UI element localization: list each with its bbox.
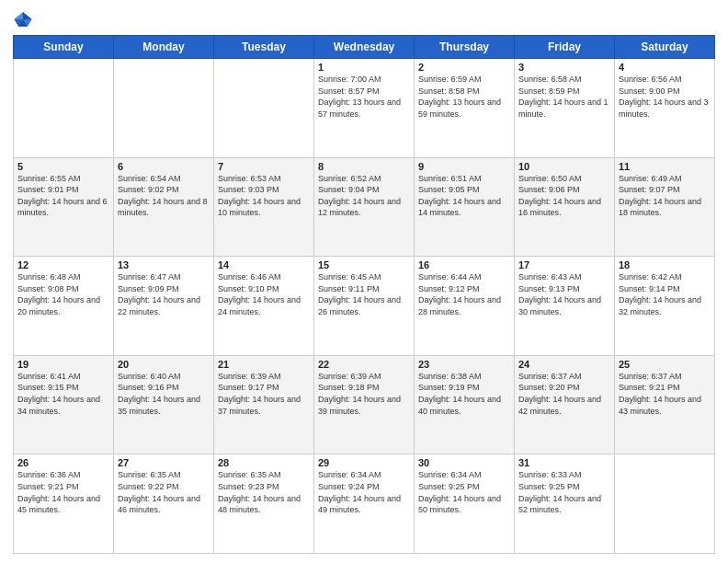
day-info: Sunrise: 6:37 AMSunset: 9:21 PMDaylight:…	[619, 371, 711, 417]
calendar-cell: 22 Sunrise: 6:39 AMSunset: 9:18 PMDaylig…	[314, 355, 415, 454]
day-number: 9	[418, 161, 510, 172]
day-info: Sunrise: 6:38 AMSunset: 9:19 PMDaylight:…	[418, 371, 510, 417]
day-info: Sunrise: 6:58 AMSunset: 8:59 PMDaylight:…	[518, 74, 610, 120]
day-info: Sunrise: 6:39 AMSunset: 9:17 PMDaylight:…	[218, 371, 310, 417]
calendar-cell: 25 Sunrise: 6:37 AMSunset: 9:21 PMDaylig…	[615, 355, 715, 454]
day-info: Sunrise: 6:35 AMSunset: 9:22 PMDaylight:…	[118, 469, 210, 515]
day-info: Sunrise: 6:39 AMSunset: 9:18 PMDaylight:…	[318, 371, 410, 417]
day-number: 3	[518, 62, 610, 73]
calendar-cell: 6 Sunrise: 6:54 AMSunset: 9:02 PMDayligh…	[114, 157, 214, 257]
day-info: Sunrise: 6:53 AMSunset: 9:03 PMDaylight:…	[218, 173, 310, 219]
day-info: Sunrise: 6:50 AMSunset: 9:06 PMDaylight:…	[518, 173, 610, 219]
calendar-cell: 24 Sunrise: 6:37 AMSunset: 9:20 PMDaylig…	[515, 355, 615, 454]
day-number: 12	[17, 259, 109, 270]
calendar-cell: 1 Sunrise: 7:00 AMSunset: 8:57 PMDayligh…	[314, 59, 415, 158]
col-header-friday: Friday	[515, 36, 615, 59]
day-info: Sunrise: 6:44 AMSunset: 9:12 PMDaylight:…	[418, 271, 510, 317]
col-header-monday: Monday	[114, 36, 214, 59]
calendar-cell: 29 Sunrise: 6:34 AMSunset: 9:24 PMDaylig…	[314, 454, 415, 554]
calendar-cell: 20 Sunrise: 6:40 AMSunset: 9:16 PMDaylig…	[114, 355, 214, 454]
day-info: Sunrise: 6:35 AMSunset: 9:23 PMDaylight:…	[218, 469, 310, 515]
calendar-table: SundayMondayTuesdayWednesdayThursdayFrid…	[13, 35, 715, 554]
calendar-cell: 18 Sunrise: 6:42 AMSunset: 9:14 PMDaylig…	[615, 257, 715, 356]
day-number: 22	[318, 359, 410, 370]
calendar-cell: 27 Sunrise: 6:35 AMSunset: 9:22 PMDaylig…	[114, 454, 214, 554]
day-number: 18	[619, 259, 711, 270]
calendar-cell: 30 Sunrise: 6:34 AMSunset: 9:25 PMDaylig…	[415, 454, 515, 554]
day-number: 25	[619, 359, 711, 370]
calendar-cell: 16 Sunrise: 6:44 AMSunset: 9:12 PMDaylig…	[415, 257, 515, 356]
day-info: Sunrise: 6:37 AMSunset: 9:20 PMDaylight:…	[518, 371, 610, 417]
day-number: 5	[17, 161, 109, 172]
day-info: Sunrise: 6:47 AMSunset: 9:09 PMDaylight:…	[118, 271, 210, 317]
day-info: Sunrise: 6:42 AMSunset: 9:14 PMDaylight:…	[619, 271, 711, 317]
day-number: 24	[518, 359, 610, 370]
calendar-cell: 8 Sunrise: 6:52 AMSunset: 9:04 PMDayligh…	[314, 157, 415, 257]
day-info: Sunrise: 6:34 AMSunset: 9:25 PMDaylight:…	[418, 469, 510, 515]
calendar-cell: 4 Sunrise: 6:56 AMSunset: 9:00 PMDayligh…	[615, 59, 715, 158]
day-info: Sunrise: 7:00 AMSunset: 8:57 PMDaylight:…	[318, 74, 410, 120]
day-info: Sunrise: 6:55 AMSunset: 9:01 PMDaylight:…	[17, 173, 109, 219]
col-header-saturday: Saturday	[615, 36, 715, 59]
day-info: Sunrise: 6:52 AMSunset: 9:04 PMDaylight:…	[318, 173, 410, 219]
day-number: 23	[418, 359, 510, 370]
calendar-cell: 23 Sunrise: 6:38 AMSunset: 9:19 PMDaylig…	[415, 355, 515, 454]
day-number: 26	[17, 457, 109, 468]
day-info: Sunrise: 6:36 AMSunset: 9:21 PMDaylight:…	[17, 469, 109, 515]
calendar-cell: 13 Sunrise: 6:47 AMSunset: 9:09 PMDaylig…	[114, 257, 214, 356]
day-number: 30	[418, 457, 510, 468]
calendar-cell: 9 Sunrise: 6:51 AMSunset: 9:05 PMDayligh…	[415, 157, 515, 257]
day-number: 20	[118, 359, 210, 370]
day-number: 28	[218, 457, 310, 468]
calendar-cell: 14 Sunrise: 6:46 AMSunset: 9:10 PMDaylig…	[214, 257, 314, 356]
calendar-cell: 12 Sunrise: 6:48 AMSunset: 9:08 PMDaylig…	[14, 257, 114, 356]
calendar-cell	[114, 59, 214, 158]
col-header-wednesday: Wednesday	[314, 36, 415, 59]
day-info: Sunrise: 6:54 AMSunset: 9:02 PMDaylight:…	[118, 173, 210, 219]
day-number: 21	[218, 359, 310, 370]
calendar-cell: 2 Sunrise: 6:59 AMSunset: 8:58 PMDayligh…	[415, 59, 515, 158]
calendar-cell	[14, 59, 114, 158]
day-info: Sunrise: 6:33 AMSunset: 9:25 PMDaylight:…	[518, 469, 610, 515]
day-number: 17	[518, 259, 610, 270]
calendar-cell: 17 Sunrise: 6:43 AMSunset: 9:13 PMDaylig…	[515, 257, 615, 356]
calendar-cell: 31 Sunrise: 6:33 AMSunset: 9:25 PMDaylig…	[515, 454, 615, 554]
calendar-cell	[214, 59, 314, 158]
day-number: 6	[118, 161, 210, 172]
page: SundayMondayTuesdayWednesdayThursdayFrid…	[0, 0, 728, 563]
day-info: Sunrise: 6:49 AMSunset: 9:07 PMDaylight:…	[619, 173, 711, 219]
day-info: Sunrise: 6:51 AMSunset: 9:05 PMDaylight:…	[418, 173, 510, 219]
day-number: 15	[318, 259, 410, 270]
day-info: Sunrise: 6:56 AMSunset: 9:00 PMDaylight:…	[619, 74, 711, 120]
day-info: Sunrise: 6:45 AMSunset: 9:11 PMDaylight:…	[318, 271, 410, 317]
day-number: 7	[218, 161, 310, 172]
header	[13, 9, 715, 29]
day-number: 27	[118, 457, 210, 468]
day-info: Sunrise: 6:59 AMSunset: 8:58 PMDaylight:…	[418, 74, 510, 120]
calendar-cell: 19 Sunrise: 6:41 AMSunset: 9:15 PMDaylig…	[14, 355, 114, 454]
day-info: Sunrise: 6:43 AMSunset: 9:13 PMDaylight:…	[518, 271, 610, 317]
day-number: 2	[418, 62, 510, 73]
day-number: 11	[619, 161, 711, 172]
day-info: Sunrise: 6:34 AMSunset: 9:24 PMDaylight:…	[318, 469, 410, 515]
calendar-cell: 7 Sunrise: 6:53 AMSunset: 9:03 PMDayligh…	[214, 157, 314, 257]
day-number: 8	[318, 161, 410, 172]
day-number: 31	[518, 457, 610, 468]
calendar-cell: 28 Sunrise: 6:35 AMSunset: 9:23 PMDaylig…	[214, 454, 314, 554]
col-header-sunday: Sunday	[14, 36, 114, 59]
calendar-cell: 15 Sunrise: 6:45 AMSunset: 9:11 PMDaylig…	[314, 257, 415, 356]
day-number: 29	[318, 457, 410, 468]
day-info: Sunrise: 6:46 AMSunset: 9:10 PMDaylight:…	[218, 271, 310, 317]
svg-marker-1	[23, 12, 31, 19]
day-number: 4	[619, 62, 711, 73]
calendar-cell	[615, 454, 715, 554]
generalblue-logo-icon	[13, 9, 33, 29]
svg-marker-2	[15, 12, 23, 19]
day-number: 16	[418, 259, 510, 270]
calendar-cell: 10 Sunrise: 6:50 AMSunset: 9:06 PMDaylig…	[515, 157, 615, 257]
calendar-cell: 3 Sunrise: 6:58 AMSunset: 8:59 PMDayligh…	[515, 59, 615, 158]
day-info: Sunrise: 6:40 AMSunset: 9:16 PMDaylight:…	[118, 371, 210, 417]
day-number: 14	[218, 259, 310, 270]
day-info: Sunrise: 6:41 AMSunset: 9:15 PMDaylight:…	[17, 371, 109, 417]
col-header-thursday: Thursday	[415, 36, 515, 59]
